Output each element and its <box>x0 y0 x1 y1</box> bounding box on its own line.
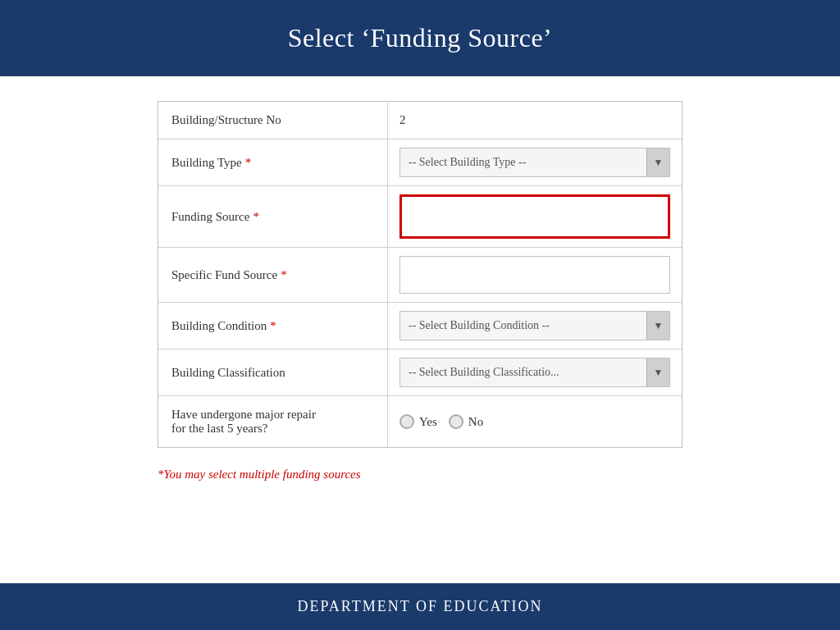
header-title: Select ‘Funding Source’ <box>288 23 553 52</box>
chevron-down-icon[interactable]: ▼ <box>646 148 669 176</box>
select-building-type-text: -- Select Building Type -- <box>400 156 646 169</box>
required-star-specific-fund-source: * <box>281 268 287 282</box>
radio-yes-label: Yes <box>419 415 437 429</box>
radio-circle-no[interactable] <box>449 414 463 429</box>
field-building-classification[interactable]: -- Select Building Classificatio... ▼ <box>388 349 682 395</box>
label-building-classification: Building Classification <box>158 349 388 395</box>
field-building-type[interactable]: -- Select Building Type -- ▼ <box>388 139 682 185</box>
select-building-type[interactable]: -- Select Building Type -- ▼ <box>399 148 670 177</box>
field-specific-fund-source[interactable] <box>388 248 682 302</box>
radio-group-major-repair: Yes No <box>399 414 483 429</box>
page-header: Select ‘Funding Source’ <box>0 0 840 76</box>
label-major-repair: Have undergone major repair for the last… <box>158 396 388 447</box>
radio-no-label: No <box>468 415 483 429</box>
specific-fund-source-input[interactable] <box>399 256 670 294</box>
required-star-building-type: * <box>245 156 252 170</box>
row-specific-fund-source: Specific Fund Source * <box>158 248 682 303</box>
required-star-building-condition: * <box>270 319 276 333</box>
select-building-condition[interactable]: -- Select Building Condition -- ▼ <box>399 311 670 340</box>
row-major-repair: Have undergone major repair for the last… <box>158 396 682 447</box>
note-text: *You may select multiple funding sources <box>158 468 682 482</box>
select-building-classification-text: -- Select Building Classificatio... <box>400 366 646 379</box>
row-building-type: Building Type * -- Select Building Type … <box>158 139 682 186</box>
value-building-structure-no: 2 <box>399 113 406 127</box>
chevron-down-icon-condition[interactable]: ▼ <box>646 312 669 340</box>
row-building-structure-no: Building/Structure No 2 <box>158 102 682 139</box>
radio-yes[interactable]: Yes <box>399 414 437 429</box>
footer-text: Department of Education <box>298 598 543 614</box>
label-funding-source: Funding Source * <box>158 186 388 247</box>
select-building-classification[interactable]: -- Select Building Classificatio... ▼ <box>399 358 670 387</box>
radio-no[interactable]: No <box>449 414 483 429</box>
select-building-condition-text: -- Select Building Condition -- <box>400 319 646 332</box>
main-content: Building/Structure No 2 Building Type * … <box>0 76 840 583</box>
row-building-condition: Building Condition * -- Select Building … <box>158 303 682 349</box>
radio-circle-yes[interactable] <box>399 414 414 429</box>
required-star-funding-source: * <box>253 210 259 224</box>
label-specific-fund-source: Specific Fund Source * <box>158 248 388 302</box>
row-funding-source: Funding Source * <box>158 186 682 248</box>
field-funding-source[interactable] <box>388 186 682 247</box>
field-building-structure-no: 2 <box>388 102 682 139</box>
label-building-condition: Building Condition * <box>158 303 388 349</box>
chevron-down-icon-classification[interactable]: ▼ <box>646 358 669 386</box>
label-building-structure-no: Building/Structure No <box>158 102 388 139</box>
funding-source-input[interactable] <box>399 194 670 239</box>
form-container: Building/Structure No 2 Building Type * … <box>158 101 682 448</box>
page-footer: Department of Education <box>0 583 840 630</box>
label-building-type: Building Type * <box>158 139 388 185</box>
field-major-repair: Yes No <box>388 396 682 447</box>
row-building-classification: Building Classification -- Select Buildi… <box>158 349 682 396</box>
field-building-condition[interactable]: -- Select Building Condition -- ▼ <box>388 303 682 349</box>
